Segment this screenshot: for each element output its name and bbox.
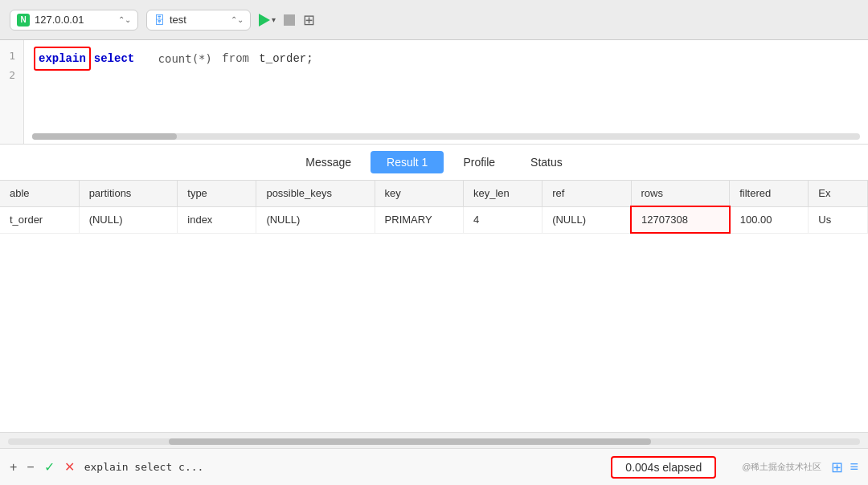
confirm-button[interactable]: ✓ — [44, 459, 55, 475]
results-scrollbar-thumb — [169, 438, 651, 445]
col-header-ref: ref — [542, 181, 631, 206]
database-chevron-icon: ⌃⌄ — [231, 15, 244, 24]
editor-horizontal-scrollbar[interactable] — [32, 133, 860, 140]
sql-line-1: explain select count(*) from t_order; — [34, 47, 858, 71]
cell-filtered: 100.00 — [730, 206, 809, 233]
col-header-key-len: key_len — [464, 181, 542, 206]
sql-code-area[interactable]: explain select count(*) from t_order; — [24, 40, 868, 144]
cell-possible-keys: (NULL) — [256, 206, 375, 233]
tab-status[interactable]: Status — [514, 151, 579, 173]
cancel-button[interactable]: ✕ — [64, 459, 75, 475]
connection-chevron-icon: ⌃⌄ — [118, 15, 131, 24]
main-content: 1 2 explain select count(*) from t_order… — [0, 40, 868, 485]
status-query-preview: explain select c... — [84, 461, 204, 473]
tab-message[interactable]: Message — [289, 151, 367, 173]
cell-key-len: 4 — [464, 206, 542, 233]
count-expr: count(*) — [137, 49, 212, 68]
database-text: test — [170, 14, 226, 26]
cell-ext: Us — [809, 206, 868, 233]
connection-text: 127.0.0.01 — [35, 14, 113, 26]
tab-profile[interactable]: Profile — [447, 151, 511, 173]
connection-icon: N — [17, 14, 30, 26]
col-header-able: able — [0, 181, 79, 206]
table-name: t_order; — [252, 49, 313, 68]
col-header-partitions: partitions — [79, 181, 178, 206]
line-number-1: 1 — [8, 47, 15, 66]
run-button[interactable]: ▾ — [259, 14, 276, 26]
status-bar: + − ✓ ✕ explain select c... 0.004s elaps… — [0, 448, 868, 485]
result-tabs: Message Result 1 Profile Status — [0, 145, 868, 181]
run-caret-icon: ▾ — [272, 15, 276, 24]
connection-selector[interactable]: N 127.0.0.01 ⌃⌄ — [10, 10, 138, 31]
keyword-explain: explain — [34, 47, 91, 71]
col-header-rows: rows — [631, 181, 730, 206]
sql-editor[interactable]: 1 2 explain select count(*) from t_order… — [0, 40, 868, 145]
col-header-filtered: filtered — [730, 181, 809, 206]
list-view-icon[interactable]: ≡ — [850, 459, 858, 475]
tab-result1[interactable]: Result 1 — [371, 151, 444, 173]
col-header-possible-keys: possible_keys — [256, 181, 375, 206]
col-header-type: type — [178, 181, 256, 206]
col-header-key: key — [375, 181, 463, 206]
table-header-row: able partitions type possible_keys key k… — [0, 181, 868, 206]
cell-type: index — [178, 206, 256, 233]
cell-able: t_order — [0, 206, 79, 233]
line-numbers: 1 2 — [0, 40, 24, 144]
keyword-select: select — [94, 49, 134, 68]
grid-view-icon[interactable]: ⊞ — [831, 459, 843, 476]
database-icon: 🗄 — [154, 14, 165, 26]
add-row-button[interactable]: + — [10, 460, 17, 475]
results-wrapper: able partitions type possible_keys key k… — [0, 181, 868, 448]
results-horizontal-scrollbar[interactable] — [8, 438, 860, 445]
col-header-ext: Ex — [809, 181, 868, 206]
status-actions: + − ✓ ✕ — [10, 459, 75, 475]
toolbar: N 127.0.0.01 ⌃⌄ 🗄 test ⌃⌄ ▾ ⊞ — [0, 0, 868, 40]
stop-button[interactable] — [284, 14, 295, 26]
elapsed-badge: 0.004s elapsed — [611, 456, 716, 479]
results-horizontal-scrollbar-area[interactable] — [0, 432, 868, 448]
watermark-text: @稀土掘金技术社区 — [742, 461, 821, 473]
database-selector[interactable]: 🗄 test ⌃⌄ — [146, 10, 251, 31]
cell-rows: 12707308 — [631, 206, 730, 233]
remove-row-button[interactable]: − — [27, 460, 34, 475]
keyword-from: from — [215, 49, 249, 68]
run-triangle-icon — [259, 14, 270, 26]
cell-partitions: (NULL) — [79, 206, 178, 233]
line-number-2: 2 — [8, 66, 15, 85]
cell-ref: (NULL) — [542, 206, 631, 233]
results-area: able partitions type possible_keys key k… — [0, 181, 868, 432]
cell-key: PRIMARY — [375, 206, 463, 233]
editor-scrollbar-thumb — [32, 133, 177, 140]
status-right-icons: ⊞ ≡ — [831, 459, 858, 476]
grid-layout-icon[interactable]: ⊞ — [303, 11, 315, 29]
table-row: t_order (NULL) index (NULL) PRIMARY 4 (N… — [0, 206, 868, 233]
results-table: able partitions type possible_keys key k… — [0, 181, 868, 234]
